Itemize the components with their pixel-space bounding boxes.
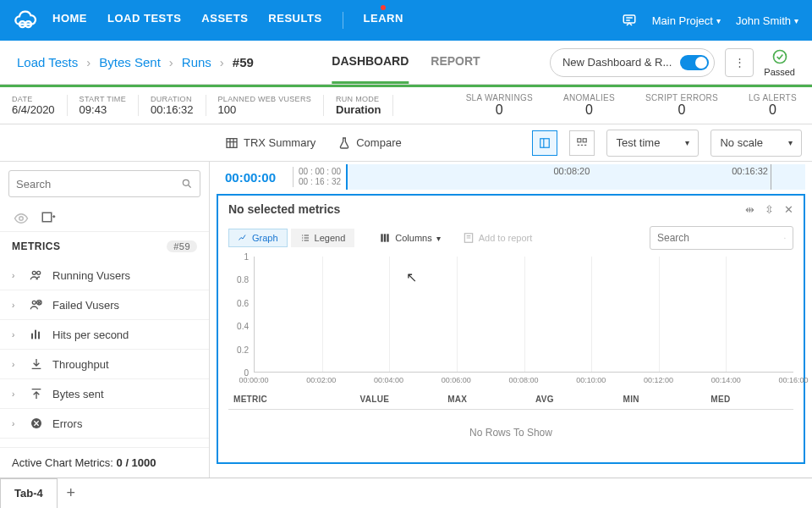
timeline-track[interactable]: 00:08:20 00:16:32 bbox=[346, 164, 805, 190]
y-tick: 0.4 bbox=[237, 322, 249, 331]
svg-point-8 bbox=[183, 179, 189, 185]
svg-rect-4 bbox=[227, 138, 237, 147]
more-menu-button[interactable]: ⋮ bbox=[725, 48, 754, 77]
svg-rect-17 bbox=[38, 332, 40, 340]
close-icon[interactable]: ✕ bbox=[784, 203, 793, 216]
panel-toolbar: Graph Legend Columns ▾ Add to report bbox=[218, 223, 804, 253]
view-legend-button[interactable]: Legend bbox=[291, 229, 355, 247]
compare-button[interactable]: Compare bbox=[332, 131, 406, 155]
metric-bytes-sent[interactable]: ›Bytes sent bbox=[0, 379, 209, 409]
add-tab-button[interactable]: + bbox=[58, 484, 85, 502]
eye-icon[interactable] bbox=[14, 211, 29, 226]
metric-label: Bytes sent bbox=[52, 388, 104, 400]
nav-home[interactable]: HOME bbox=[52, 12, 87, 29]
columns-button[interactable]: Columns ▾ bbox=[370, 228, 449, 248]
tab-report[interactable]: REPORT bbox=[431, 41, 480, 84]
svg-rect-20 bbox=[384, 234, 386, 241]
timeline-current: 00:00:00 bbox=[217, 170, 293, 185]
metric-throughput[interactable]: ›Throughput bbox=[0, 350, 209, 379]
metric-label: Errors bbox=[52, 417, 82, 430]
status-label: Passed bbox=[764, 67, 795, 77]
new-dashboard-selector[interactable]: New Dashboard & R... bbox=[550, 48, 715, 77]
feedback-icon[interactable] bbox=[622, 13, 637, 28]
add-panel-icon[interactable] bbox=[41, 211, 56, 226]
svg-point-13 bbox=[32, 301, 36, 304]
time-mode-label: Test time bbox=[616, 136, 660, 149]
chevron-right-icon: › bbox=[12, 271, 20, 280]
tab-4[interactable]: Tab-4 bbox=[0, 478, 58, 508]
bc-bytes-sent[interactable]: Bytes Sent bbox=[99, 55, 161, 69]
project-selector[interactable]: Main Project▾ bbox=[652, 14, 721, 27]
svg-rect-16 bbox=[35, 330, 36, 340]
col-metric: METRIC bbox=[228, 393, 355, 406]
metric-errors[interactable]: ›Errors bbox=[0, 409, 209, 439]
download-icon bbox=[29, 356, 44, 372]
new-dashboard-label: New Dashboard & R... bbox=[562, 56, 672, 69]
metrics-table: METRIC VALUE MAX AVG MIN MED No Rows To … bbox=[228, 393, 793, 456]
dashboard-toggle[interactable] bbox=[680, 55, 709, 70]
columns-icon bbox=[379, 232, 391, 244]
collapse-h-icon[interactable]: ⇹ bbox=[745, 203, 754, 216]
nav-load-tests[interactable]: LOAD TESTS bbox=[107, 12, 181, 29]
timeline-range: 00 : 00 : 00 00 : 16 : 32 bbox=[293, 167, 341, 187]
info-bar: DATE6/4/2020 START TIME09:43 DURATION00:… bbox=[0, 87, 812, 124]
svg-rect-21 bbox=[387, 234, 389, 241]
y-tick: 0.6 bbox=[237, 298, 249, 307]
table-icon bbox=[225, 136, 239, 150]
svg-rect-15 bbox=[31, 334, 33, 340]
trx-summary-label: TRX Summary bbox=[244, 136, 315, 149]
compare-label: Compare bbox=[356, 136, 401, 149]
scale-select[interactable]: No scale ▾ bbox=[710, 130, 802, 157]
col-value: VALUE bbox=[355, 393, 443, 406]
bc-load-tests[interactable]: Load Tests bbox=[17, 55, 78, 69]
layout-split-icon bbox=[539, 137, 551, 149]
metrics-title: METRICS bbox=[12, 240, 61, 252]
svg-rect-10 bbox=[42, 213, 52, 222]
top-navbar: HOME LOAD TESTS ASSETS RESULTS LEARN Mai… bbox=[0, 0, 812, 41]
user-menu[interactable]: John Smith▾ bbox=[736, 14, 798, 27]
sidebar-search[interactable] bbox=[8, 170, 200, 197]
tab-dashboard[interactable]: DASHBOARD bbox=[332, 41, 409, 84]
layout-split-button[interactable] bbox=[532, 130, 557, 156]
collapse-v-icon[interactable]: ⇳ bbox=[765, 203, 774, 216]
user-name: John Smith bbox=[736, 14, 791, 27]
metrics-chart[interactable]: 1 0.8 0.6 0.4 0.2 0 00:00:00 00:02:00 00… bbox=[228, 257, 793, 388]
svg-rect-5 bbox=[540, 138, 550, 147]
x-tick: 00:14:00 bbox=[711, 376, 741, 384]
time-mode-select[interactable]: Test time ▾ bbox=[606, 130, 699, 157]
view-graph-button[interactable]: Graph bbox=[228, 229, 288, 247]
table-header: METRIC VALUE MAX AVG MIN MED bbox=[228, 393, 793, 410]
metric-failed-vusers[interactable]: ›Failed Vusers bbox=[0, 290, 209, 320]
timeline[interactable]: 00:00:00 00 : 00 : 00 00 : 16 : 32 00:08… bbox=[217, 162, 805, 192]
bars-icon bbox=[29, 327, 44, 342]
x-tick: 00:02:00 bbox=[306, 376, 336, 384]
duration-value: 00:16:32 bbox=[151, 103, 194, 116]
nav-learn[interactable]: LEARN bbox=[364, 12, 403, 29]
metric-hits-per-second[interactable]: ›Hits per second bbox=[0, 320, 209, 350]
chevron-down-icon: ▾ bbox=[685, 138, 689, 147]
trx-summary-button[interactable]: TRX Summary bbox=[220, 131, 321, 155]
svg-rect-19 bbox=[381, 234, 383, 241]
svg-rect-6 bbox=[578, 138, 581, 141]
users-icon bbox=[29, 268, 44, 283]
lg-alerts-label: LG ALERTS bbox=[749, 93, 797, 102]
nav-results[interactable]: RESULTS bbox=[268, 12, 321, 29]
panel-search-input[interactable] bbox=[657, 232, 784, 244]
metric-label: Failed Vusers bbox=[52, 299, 119, 312]
script-errors-label: SCRIPT ERRORS bbox=[645, 93, 718, 102]
nav-assets[interactable]: ASSETS bbox=[201, 12, 248, 29]
bc-runs[interactable]: Runs bbox=[182, 55, 211, 69]
metric-running-vusers[interactable]: ›Running Vusers bbox=[0, 261, 209, 290]
layout-grid-button[interactable] bbox=[569, 130, 595, 156]
x-tick: 00:16:00 bbox=[778, 376, 808, 384]
svg-point-9 bbox=[19, 217, 24, 221]
search-icon bbox=[784, 233, 786, 244]
panel-search[interactable] bbox=[650, 226, 793, 250]
bc-sep: › bbox=[220, 55, 224, 69]
chart-toolbar: TRX Summary Compare Test time ▾ No scale… bbox=[0, 124, 812, 162]
timeline-mid-label: 00:08:20 bbox=[553, 166, 590, 176]
sidebar-search-input[interactable] bbox=[16, 178, 181, 190]
check-circle-icon bbox=[771, 48, 788, 65]
script-errors-value: 0 bbox=[645, 102, 718, 118]
metric-label: Throughput bbox=[52, 358, 109, 371]
